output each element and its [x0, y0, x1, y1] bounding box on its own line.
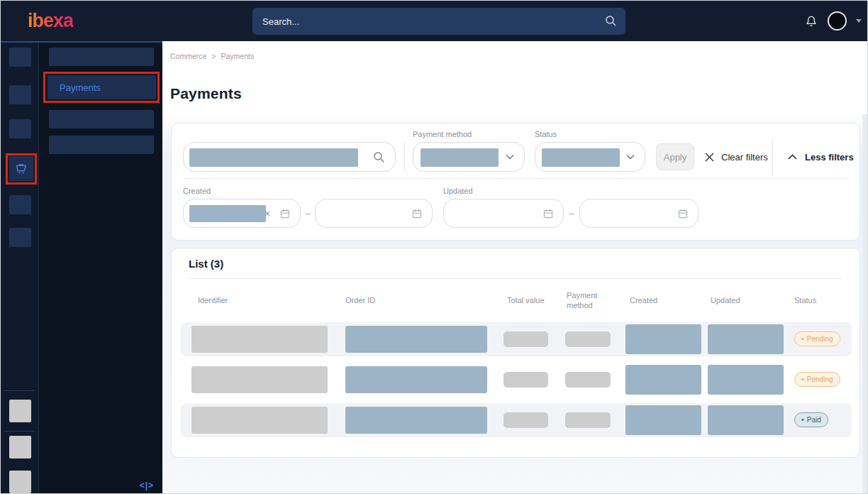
status-dot: •: [801, 335, 804, 343]
application-window: ibexa: [0, 0, 868, 494]
chevron-down-icon: [625, 153, 635, 160]
field-divider: [772, 139, 773, 175]
created-value: [625, 365, 701, 395]
col-order-id: Order ID: [345, 288, 375, 312]
created-from-input[interactable]: ×: [183, 199, 301, 228]
x-icon: [704, 152, 715, 163]
col-updated: Updated: [711, 288, 740, 312]
nav-rail: [1, 43, 39, 494]
user-avatar[interactable]: [828, 11, 847, 31]
nav-rail-item-bottom[interactable]: [9, 400, 31, 422]
sidebar-submenu-item[interactable]: [49, 48, 154, 66]
nav-rail-item[interactable]: [9, 119, 31, 138]
rail-divider: [4, 390, 35, 391]
clear-filters-button[interactable]: Clear filters: [704, 143, 768, 170]
breadcrumb-item-commerce[interactable]: Commerce: [170, 52, 206, 60]
nav-rail-item[interactable]: [9, 195, 31, 214]
updated-label: Updated: [443, 187, 473, 195]
panel-resize-handle[interactable]: <|>: [140, 481, 154, 490]
status-label: Paid: [807, 416, 821, 424]
payment-method-value: [565, 412, 611, 428]
less-filters-label: Less filters: [805, 152, 854, 163]
order-id-value: [345, 366, 487, 393]
calendar-icon[interactable]: [279, 208, 291, 219]
table-row[interactable]: • Pending: [181, 322, 852, 356]
identifier-value: [191, 326, 328, 353]
notifications-bell-icon[interactable]: [804, 13, 818, 29]
status-badge: • Pending: [794, 372, 840, 387]
total-value: [503, 412, 548, 428]
identifier-value: [191, 407, 328, 434]
search-icon: [373, 151, 385, 163]
annotation-highlight-cart: [6, 153, 37, 185]
payment-method-label: Payment method: [413, 130, 472, 138]
search-icon: [605, 15, 617, 27]
nav-rail-item[interactable]: [9, 85, 31, 104]
field-divider: [404, 142, 405, 172]
global-search-input[interactable]: [252, 8, 625, 35]
filter-search-input[interactable]: [183, 142, 396, 172]
status-label: Status: [535, 130, 557, 138]
payment-method-value: [565, 331, 611, 347]
updated-value: [708, 365, 784, 395]
calendar-icon[interactable]: [677, 208, 689, 219]
col-payment-method: Payment method: [567, 288, 606, 312]
col-total-value: Total value: [507, 288, 545, 312]
payment-method-value: [565, 372, 611, 388]
updated-from-input[interactable]: [443, 199, 564, 228]
redacted-date-value: [189, 205, 266, 222]
scrollbar-track[interactable]: [862, 114, 868, 494]
breadcrumb: Commerce > Payments: [170, 52, 254, 60]
apply-button[interactable]: Apply: [656, 143, 694, 170]
calendar-icon[interactable]: [411, 208, 423, 219]
top-bar-actions: [804, 1, 862, 41]
updated-to-input[interactable]: [579, 199, 699, 228]
chevron-up-icon: [787, 153, 798, 160]
nav-rail-item-bottom[interactable]: [9, 436, 31, 459]
main-content: Commerce > Payments Payments Payment met…: [162, 41, 868, 494]
order-id-value: [345, 326, 487, 353]
redacted-search-value: [189, 148, 358, 167]
status-dot: •: [801, 375, 804, 383]
table-row[interactable]: • Pending: [181, 363, 852, 397]
col-status: Status: [794, 288, 816, 312]
top-bar: ibexa: [1, 1, 868, 41]
nav-rail-item[interactable]: [9, 228, 31, 247]
table-row[interactable]: • Paid: [181, 403, 852, 437]
breadcrumb-separator: >: [211, 52, 216, 60]
updated-value: [708, 324, 784, 354]
clear-date-button[interactable]: ×: [265, 208, 270, 219]
list-title: List (3): [189, 258, 223, 270]
user-menu-caret-down-icon[interactable]: [856, 19, 862, 23]
nav-rail-item-bottom[interactable]: [9, 471, 31, 493]
date-range-separator: –: [302, 199, 313, 228]
list-panel: List (3) Identifier Order ID Total value…: [171, 248, 860, 458]
status-select[interactable]: [535, 142, 645, 172]
table-header-row: Identifier Order ID Total value Payment …: [172, 288, 859, 312]
redacted-select-value: [542, 148, 620, 167]
chevron-down-icon: [505, 153, 515, 160]
payment-method-select[interactable]: [413, 142, 525, 172]
status-label: Pending: [807, 375, 833, 383]
date-range-separator: –: [566, 199, 577, 228]
app-logo[interactable]: ibexa: [28, 10, 73, 32]
annotation-highlight-payments: [43, 72, 160, 103]
page-title: Payments: [170, 85, 242, 102]
created-to-input[interactable]: [315, 199, 433, 228]
sidebar-submenu-item[interactable]: [49, 110, 154, 128]
redacted-select-value: [421, 148, 499, 167]
rail-divider: [4, 431, 35, 432]
nav-rail-item[interactable]: [9, 48, 31, 67]
sidebar-submenu: Payments <|>: [40, 43, 162, 494]
global-search: [252, 8, 625, 35]
less-filters-toggle[interactable]: Less filters: [787, 143, 854, 170]
breadcrumb-item-payments: Payments: [221, 52, 254, 60]
sidebar-submenu-item[interactable]: [49, 136, 154, 154]
sidebar: Payments <|>: [1, 41, 162, 494]
order-id-value: [345, 407, 487, 434]
identifier-value: [191, 366, 328, 393]
filters-panel: Payment method Status Apply Clear fil: [171, 123, 860, 241]
created-label: Created: [183, 187, 211, 195]
calendar-icon[interactable]: [542, 208, 554, 219]
col-created: Created: [630, 288, 657, 312]
